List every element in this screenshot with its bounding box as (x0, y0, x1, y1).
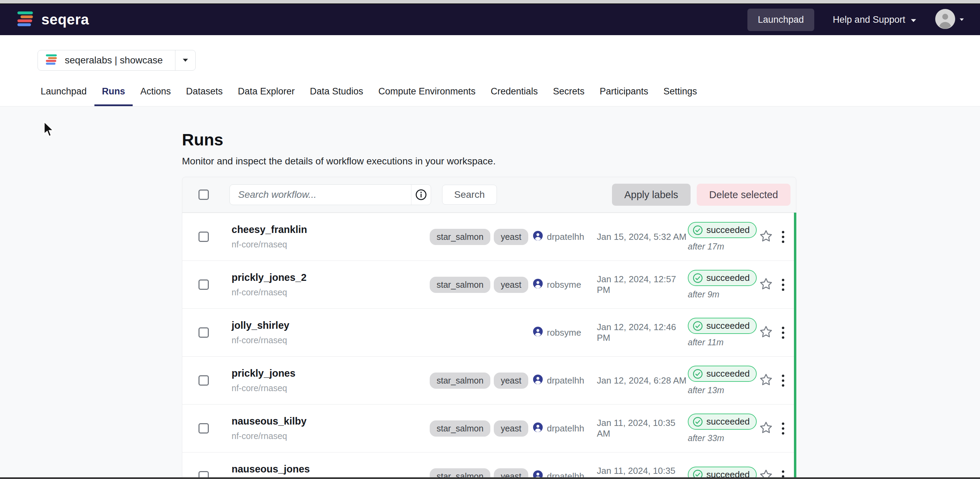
run-repo: nf-core/rnaseq (232, 383, 430, 393)
table-row[interactable]: jolly_shirley nf-core/rnaseq robsyme Jan… (182, 309, 796, 356)
avatar-icon (935, 9, 955, 30)
status-label: succeeded (706, 320, 750, 331)
tab-runs[interactable]: Runs (94, 81, 133, 106)
tab-datasets[interactable]: Datasets (178, 81, 231, 106)
table-row[interactable]: prickly_jones nf-core/rnaseq star_salmon… (182, 356, 796, 404)
table-row[interactable]: nauseous_jones nf-core/rnaseq star_salmo… (182, 452, 796, 479)
row-checkbox[interactable] (199, 280, 209, 290)
star-button[interactable] (759, 229, 778, 244)
label-pill[interactable]: star_salmon (430, 229, 490, 245)
row-checkbox[interactable] (199, 232, 209, 242)
user-icon (533, 231, 543, 243)
table-row[interactable]: prickly_jones_2 nf-core/rnaseq star_salm… (182, 261, 796, 309)
status-edge-bar (794, 213, 796, 479)
workspace-subheader: seqeralabs | showcase Launchpad Runs Act… (0, 35, 980, 107)
kebab-menu-button[interactable] (778, 419, 788, 438)
table-row[interactable]: nauseous_kilby nf-core/rnaseq star_salmo… (182, 404, 796, 452)
run-date: Jan 12, 2024, 12:46 PM (597, 322, 688, 343)
chevron-down-icon (910, 14, 916, 25)
page-subtitle: Monitor and inspect the details of workf… (182, 156, 495, 167)
label-pill[interactable]: yeast (494, 372, 528, 389)
user-menu[interactable] (935, 9, 964, 30)
kebab-menu-button[interactable] (778, 228, 788, 247)
check-circle-icon (693, 417, 703, 427)
run-name[interactable]: nauseous_kilby (232, 415, 430, 427)
seqera-brand[interactable]: seqera (16, 10, 89, 30)
kebab-menu-button[interactable] (778, 323, 788, 342)
star-button[interactable] (759, 277, 778, 292)
run-user: drpatelhh (547, 232, 584, 242)
label-pill[interactable]: star_salmon (430, 277, 490, 293)
run-name[interactable]: prickly_jones_2 (232, 272, 430, 283)
user-icon (533, 279, 543, 291)
star-button[interactable] (759, 373, 778, 388)
seqera-logo-icon (16, 10, 35, 30)
row-checkbox[interactable] (199, 423, 209, 433)
tab-compute-environments[interactable]: Compute Environments (371, 81, 483, 106)
help-and-support-menu[interactable]: Help and Support (833, 14, 916, 25)
star-icon (759, 373, 773, 387)
tab-credentials[interactable]: Credentials (483, 81, 546, 106)
run-repo: nf-core/rnaseq (232, 431, 430, 441)
check-circle-icon (693, 273, 703, 283)
status-badge: succeeded (688, 414, 757, 430)
row-checkbox[interactable] (199, 375, 209, 386)
run-name[interactable]: cheesy_franklin (232, 224, 430, 236)
tab-participants[interactable]: Participants (592, 81, 656, 106)
run-repo: nf-core/rnaseq (232, 287, 430, 298)
run-duration: after 17m (688, 242, 759, 251)
star-icon (759, 421, 773, 434)
run-duration: after 13m (688, 385, 759, 395)
workspace-dropdown-toggle[interactable] (175, 50, 196, 70)
check-circle-icon (693, 369, 703, 379)
tab-launchpad[interactable]: Launchpad (33, 81, 94, 106)
run-name[interactable]: jolly_shirley (232, 320, 430, 331)
run-date: Jan 11, 2024, 10:35 AM (597, 418, 688, 439)
status-badge: succeeded (688, 318, 757, 334)
run-name[interactable]: nauseous_jones (232, 463, 430, 475)
tab-secrets[interactable]: Secrets (546, 81, 592, 106)
status-label: succeeded (706, 368, 750, 379)
run-user: drpatelhh (547, 375, 584, 386)
label-pill[interactable]: yeast (494, 420, 528, 437)
row-checkbox[interactable] (199, 327, 209, 338)
star-icon (759, 277, 773, 291)
tab-actions[interactable]: Actions (133, 81, 178, 106)
runs-table-card: Search Apply labels Delete selected chee… (182, 177, 796, 479)
user-icon (533, 327, 543, 339)
run-repo: nf-core/rnaseq (232, 240, 430, 250)
star-button[interactable] (759, 421, 778, 436)
run-duration: after 9m (688, 290, 759, 299)
check-circle-icon (693, 321, 703, 331)
tab-data-studios[interactable]: Data Studios (302, 81, 371, 106)
workspace-selector[interactable]: seqeralabs | showcase (38, 50, 196, 71)
window-bottom-edge (0, 477, 980, 479)
kebab-menu-button[interactable] (778, 371, 788, 390)
user-icon (533, 375, 543, 387)
tab-settings[interactable]: Settings (656, 81, 705, 106)
status-badge: succeeded (688, 222, 757, 238)
table-row[interactable]: cheesy_franklin nf-core/rnaseq star_salm… (182, 213, 796, 261)
run-name[interactable]: prickly_jones (232, 368, 430, 379)
workspace-logo-icon (45, 53, 58, 68)
apply-labels-button[interactable]: Apply labels (612, 184, 690, 206)
mouse-cursor (42, 121, 57, 139)
select-all-checkbox[interactable] (199, 189, 209, 200)
star-icon (759, 325, 773, 339)
delete-selected-button[interactable]: Delete selected (697, 184, 791, 206)
label-pill[interactable]: yeast (494, 277, 528, 293)
label-pill[interactable]: star_salmon (430, 420, 490, 437)
label-pill[interactable]: star_salmon (430, 372, 490, 389)
run-date: Jan 15, 2024, 5:32 AM (597, 232, 688, 242)
workspace-tabs: Launchpad Runs Actions Datasets Data Exp… (33, 81, 705, 106)
kebab-menu-button[interactable] (778, 275, 788, 294)
search-info-button[interactable] (411, 185, 431, 205)
search-input-group (229, 185, 431, 205)
star-button[interactable] (759, 325, 778, 340)
search-input[interactable] (230, 185, 411, 205)
status-badge: succeeded (688, 270, 757, 286)
label-pill[interactable]: yeast (494, 229, 528, 245)
launchpad-button[interactable]: Launchpad (748, 9, 814, 31)
tab-data-explorer[interactable]: Data Explorer (230, 81, 302, 106)
search-button[interactable]: Search (442, 185, 497, 205)
